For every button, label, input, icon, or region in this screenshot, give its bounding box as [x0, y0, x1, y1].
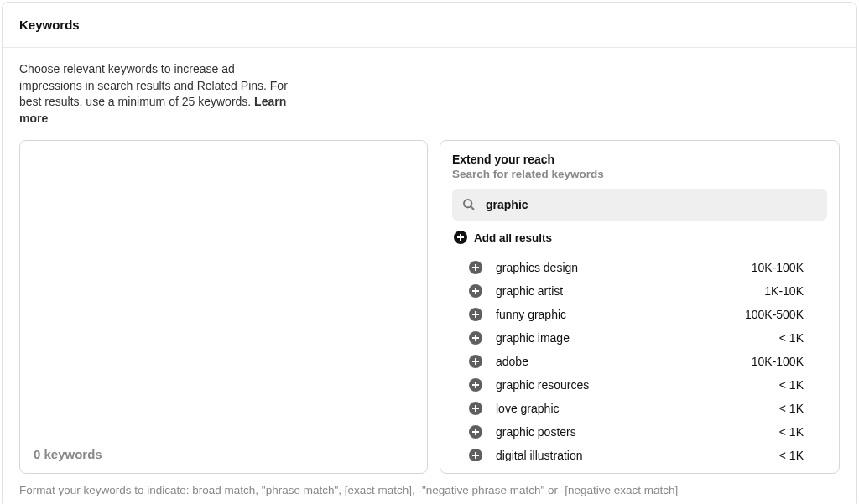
description-text: Choose relevant keywords to increase ad … — [19, 62, 288, 108]
keyword-result-row: digital illustration< 1K — [452, 444, 827, 461]
keyword-result-label: graphics design — [496, 261, 726, 274]
keyword-result-label: funny graphic — [496, 308, 726, 321]
page-title: Keywords — [19, 18, 840, 32]
keyword-result-row: graphic resources< 1K — [452, 373, 827, 397]
keyword-result-volume: < 1K — [740, 378, 824, 392]
extend-reach-box: Extend your reach Search for related key… — [440, 140, 840, 474]
keyword-results-list[interactable]: graphics design10K-100Kgraphic artist1K-… — [452, 256, 832, 461]
keyword-result-row: adobe10K-100K — [452, 350, 827, 373]
keyword-result-label: graphic resources — [496, 378, 726, 392]
add-keyword-button[interactable] — [469, 449, 482, 461]
keyword-result-volume: 10K-100K — [740, 261, 824, 274]
svg-rect-28 — [472, 431, 479, 433]
svg-rect-10 — [472, 290, 479, 292]
extend-reach-title: Extend your reach — [452, 153, 832, 166]
add-keyword-button[interactable] — [469, 261, 482, 274]
svg-point-0 — [464, 200, 471, 207]
extend-reach-subtitle: Search for related keywords — [452, 168, 832, 180]
keywords-description: Choose relevant keywords to increase ad … — [19, 61, 296, 127]
keyword-result-row: graphics design10K-100K — [452, 256, 827, 279]
keyword-result-row: love graphic< 1K — [452, 397, 827, 420]
keyword-result-volume: 100K-500K — [740, 308, 824, 321]
keyword-result-volume: < 1K — [740, 331, 824, 345]
keyword-result-volume: < 1K — [740, 402, 824, 415]
svg-rect-19 — [472, 361, 479, 362]
keyword-result-row: graphic posters< 1K — [452, 420, 827, 444]
add-keyword-button[interactable] — [469, 425, 482, 439]
svg-rect-25 — [472, 408, 479, 409]
keyword-result-row: funny graphic100K-500K — [452, 303, 827, 326]
search-icon — [462, 198, 476, 211]
search-wrapper — [452, 189, 827, 221]
format-hint: Format your keywords to indicate: broad … — [19, 484, 840, 496]
keyword-result-label: adobe — [496, 355, 726, 368]
add-keyword-button[interactable] — [469, 284, 482, 298]
keyword-search-input[interactable] — [452, 189, 827, 221]
keyword-result-volume: < 1K — [740, 449, 824, 461]
keyword-result-label: love graphic — [496, 402, 726, 415]
svg-rect-31 — [472, 455, 479, 456]
keyword-result-label: graphic posters — [496, 425, 726, 439]
selected-keywords-box[interactable]: 0 keywords — [19, 140, 428, 474]
panel-body: Choose relevant keywords to increase ad … — [3, 48, 856, 504]
add-all-label: Add all results — [474, 231, 552, 244]
svg-line-1 — [471, 206, 474, 210]
panel-header: Keywords — [3, 3, 856, 48]
keyword-result-volume: < 1K — [740, 425, 824, 439]
svg-rect-22 — [472, 384, 479, 386]
plus-circle-icon — [454, 231, 467, 244]
add-keyword-button[interactable] — [469, 355, 482, 368]
keyword-result-row: graphic image< 1K — [452, 326, 827, 350]
keyword-result-label: graphic artist — [496, 284, 726, 298]
add-keyword-button[interactable] — [469, 331, 482, 345]
keyword-result-label: graphic image — [496, 331, 726, 345]
add-keyword-button[interactable] — [469, 308, 482, 321]
svg-rect-13 — [472, 314, 479, 315]
svg-rect-7 — [472, 267, 479, 268]
panels-row: 0 keywords Extend your reach Search for … — [19, 140, 840, 474]
svg-rect-16 — [472, 337, 479, 339]
svg-rect-4 — [457, 236, 464, 238]
keyword-count-label: 0 keywords — [34, 447, 414, 461]
keywords-panel: Keywords Choose relevant keywords to inc… — [2, 2, 857, 504]
keyword-result-label: digital illustration — [496, 449, 726, 461]
add-all-results-button[interactable]: Add all results — [452, 231, 832, 244]
add-keyword-button[interactable] — [469, 378, 482, 392]
keyword-result-volume: 1K-10K — [740, 284, 824, 298]
add-keyword-button[interactable] — [469, 402, 482, 415]
keyword-result-row: graphic artist1K-10K — [452, 279, 827, 303]
keyword-result-volume: 10K-100K — [740, 355, 824, 368]
